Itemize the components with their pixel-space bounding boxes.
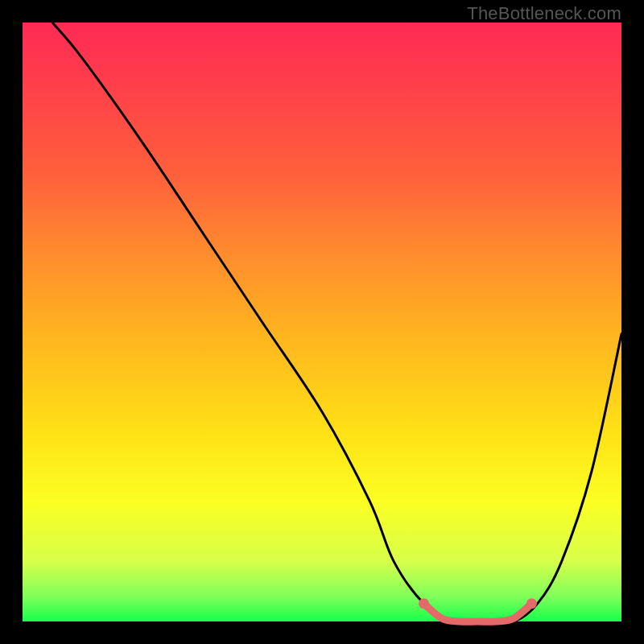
marker-dots	[419, 598, 537, 609]
bottleneck-curve-path	[52, 23, 621, 623]
marker-segment-path	[423, 604, 531, 622]
watermark-text: TheBottleneck.com	[467, 3, 621, 24]
chart-frame: TheBottleneck.com	[0, 0, 644, 644]
marker-dot	[526, 598, 537, 609]
chart-svg	[23, 23, 621, 621]
marker-dot	[419, 598, 429, 609]
plot-area	[23, 23, 621, 621]
